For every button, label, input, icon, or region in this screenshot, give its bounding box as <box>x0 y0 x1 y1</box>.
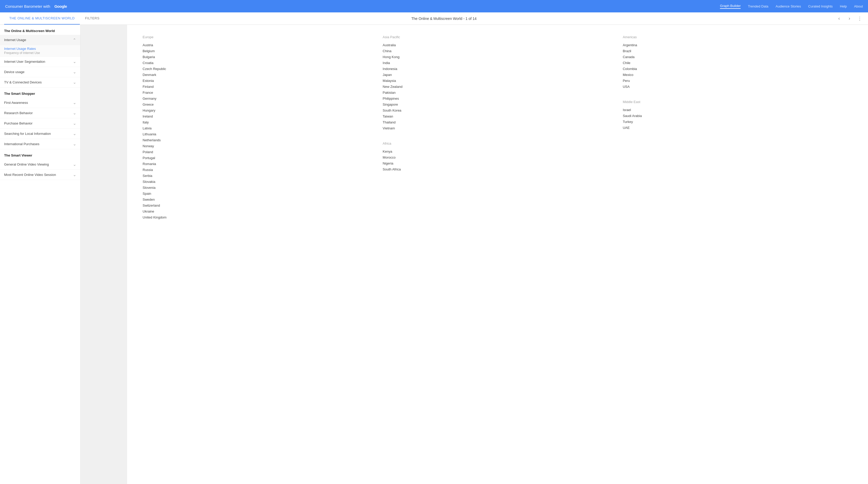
country-item[interactable]: USA <box>623 84 852 90</box>
country-item[interactable]: Thailand <box>382 119 612 125</box>
sidebar-item-purchase-behavior[interactable]: Purchase Behavior ⌄ <box>0 118 80 129</box>
country-item[interactable]: Brazil <box>623 48 852 54</box>
sidebar-item-international-purchases[interactable]: International Purchases ⌄ <box>0 139 80 149</box>
nav-help[interactable]: Help <box>840 4 847 8</box>
asia-countries: AustraliaChinaHong KongIndiaIndonesiaJap… <box>382 42 612 131</box>
europe-countries: AustriaBelgiumBulgariaCroatiaCzech Repub… <box>143 42 372 220</box>
country-item[interactable]: Italy <box>143 119 372 125</box>
nav-about[interactable]: About <box>854 4 863 8</box>
chevron-down-icon: ⌄ <box>73 121 76 126</box>
country-item[interactable]: Greece <box>143 101 372 107</box>
country-item[interactable]: Israel <box>623 107 852 113</box>
internet-usage-sub: Internet Usage Rates Frequency of Intern… <box>0 45 80 57</box>
country-item[interactable]: Peru <box>623 78 852 84</box>
country-item[interactable]: Taiwan <box>382 114 612 119</box>
country-item[interactable]: Czech Republic <box>143 66 372 72</box>
country-item[interactable]: Australia <box>382 42 612 48</box>
region-americas: Americas ArgentinaBrazilCanadaChileColom… <box>623 35 852 90</box>
more-options-button[interactable]: ⋮ <box>856 14 864 23</box>
region-europe: Europe AustriaBelgiumBulgariaCroatiaCzec… <box>143 35 372 220</box>
country-item[interactable]: Chile <box>623 60 852 66</box>
sub-title-internet-usage-rates[interactable]: Internet Usage Rates <box>4 47 76 51</box>
country-item[interactable]: Bulgaria <box>143 54 372 60</box>
logo-text: Consumer Barometer with <box>5 4 50 8</box>
sidebar-item-recent-video-session[interactable]: Most Recent Online Video Session ⌄ <box>0 170 80 180</box>
country-item[interactable]: Canada <box>623 54 852 60</box>
country-item[interactable]: Denmark <box>143 72 372 78</box>
sidebar-item-tv-connected[interactable]: TV & Connected Devices ⌄ <box>0 77 80 88</box>
country-item[interactable]: Portugal <box>143 155 372 161</box>
sidebar-item-internet-user-segmentation[interactable]: Internet User Segmentation ⌄ <box>0 57 80 67</box>
country-item[interactable]: Singapore <box>382 101 612 107</box>
country-item[interactable]: Morocco <box>382 155 612 160</box>
region-asia-pacific: Asia Pacific AustraliaChinaHong KongIndi… <box>382 35 612 131</box>
sidebar-item-device-usage[interactable]: Device usage ⌄ <box>0 67 80 77</box>
country-item[interactable]: Spain <box>143 191 372 197</box>
next-button[interactable]: › <box>845 14 854 23</box>
sidebar-item-first-awareness[interactable]: First Awareness ⌄ <box>0 98 80 108</box>
country-item[interactable]: Hong Kong <box>382 54 612 60</box>
country-item[interactable]: Finland <box>143 84 372 90</box>
chevron-down-icon: ⌄ <box>73 172 76 177</box>
country-item[interactable]: Kenya <box>382 149 612 155</box>
country-item[interactable]: Serbia <box>143 173 372 179</box>
country-item[interactable]: Switzerland <box>143 202 372 208</box>
country-item[interactable]: Colombia <box>623 66 852 72</box>
country-item[interactable]: Russia <box>143 167 372 173</box>
chevron-down-icon: ⌄ <box>73 80 76 85</box>
chevron-down-icon: ⌄ <box>73 141 76 147</box>
nav-audience-stories[interactable]: Audience Stories <box>776 4 801 8</box>
country-item[interactable]: Mexico <box>623 72 852 78</box>
country-item[interactable]: Poland <box>143 149 372 155</box>
country-panel: Europe AustriaBelgiumBulgariaCroatiaCzec… <box>127 25 868 484</box>
country-item[interactable]: Nigeria <box>382 160 612 166</box>
country-item[interactable]: Lithuania <box>143 131 372 137</box>
country-item[interactable]: Croatia <box>143 60 372 66</box>
country-item[interactable]: Pakistan <box>382 90 612 96</box>
country-item[interactable]: Slovenia <box>143 185 372 191</box>
sidebar-item-searching-local[interactable]: Searching for Local Information ⌄ <box>0 129 80 139</box>
country-item[interactable]: Japan <box>382 72 612 78</box>
country-item[interactable]: Estonia <box>143 78 372 84</box>
country-item[interactable]: Slovakia <box>143 179 372 185</box>
sidebar: The Online & Multiscreen World Internet … <box>0 25 81 484</box>
nav-graph-builder[interactable]: Graph Builder <box>720 4 741 9</box>
country-item[interactable]: South Korea <box>382 107 612 114</box>
country-item[interactable]: Saudi Arabia <box>623 113 852 119</box>
region-title-africa: Africa <box>382 141 612 146</box>
region-title-asia: Asia Pacific <box>382 35 612 39</box>
country-item[interactable]: Netherlands <box>143 137 372 143</box>
country-item[interactable]: Malaysia <box>382 78 612 84</box>
region-title-europe: Europe <box>143 35 372 39</box>
sidebar-item-research-behavior[interactable]: Research Behavior ⌄ <box>0 108 80 118</box>
country-item[interactable]: South Africa <box>382 166 612 172</box>
country-item[interactable]: Latvia <box>143 125 372 131</box>
country-item[interactable]: New Zealand <box>382 84 612 90</box>
prev-button[interactable]: ‹ <box>835 14 843 23</box>
country-item[interactable]: Norway <box>143 143 372 149</box>
country-item[interactable]: France <box>143 90 372 96</box>
country-item[interactable]: Ukraine <box>143 208 372 214</box>
country-item[interactable]: Belgium <box>143 48 372 54</box>
country-item[interactable]: Austria <box>143 42 372 48</box>
nav-trended-data[interactable]: Trended Data <box>748 4 768 8</box>
country-item[interactable]: Hungary <box>143 107 372 114</box>
left-gray-panel <box>81 25 127 484</box>
country-item[interactable]: Turkey <box>623 119 852 125</box>
main-layout: The Online & Multiscreen World Internet … <box>0 25 868 484</box>
country-item[interactable]: Vietnam <box>382 125 612 131</box>
country-item[interactable]: Sweden <box>143 197 372 202</box>
country-item[interactable]: Germany <box>143 96 372 101</box>
country-item[interactable]: Indonesia <box>382 66 612 72</box>
country-item[interactable]: Romania <box>143 161 372 167</box>
country-item[interactable]: Philippines <box>382 96 612 101</box>
nav-curated-insights[interactable]: Curated Insights <box>808 4 833 8</box>
sidebar-item-general-video[interactable]: General Online Video Viewing ⌄ <box>0 159 80 170</box>
country-item[interactable]: United Kingdom <box>143 214 372 220</box>
country-item[interactable]: Ireland <box>143 114 372 119</box>
sidebar-item-internet-usage[interactable]: Internet Usage ⌄ <box>0 35 80 45</box>
country-item[interactable]: Argentina <box>623 42 852 48</box>
country-item[interactable]: China <box>382 48 612 54</box>
country-item[interactable]: UAE <box>623 125 852 131</box>
country-item[interactable]: India <box>382 60 612 66</box>
